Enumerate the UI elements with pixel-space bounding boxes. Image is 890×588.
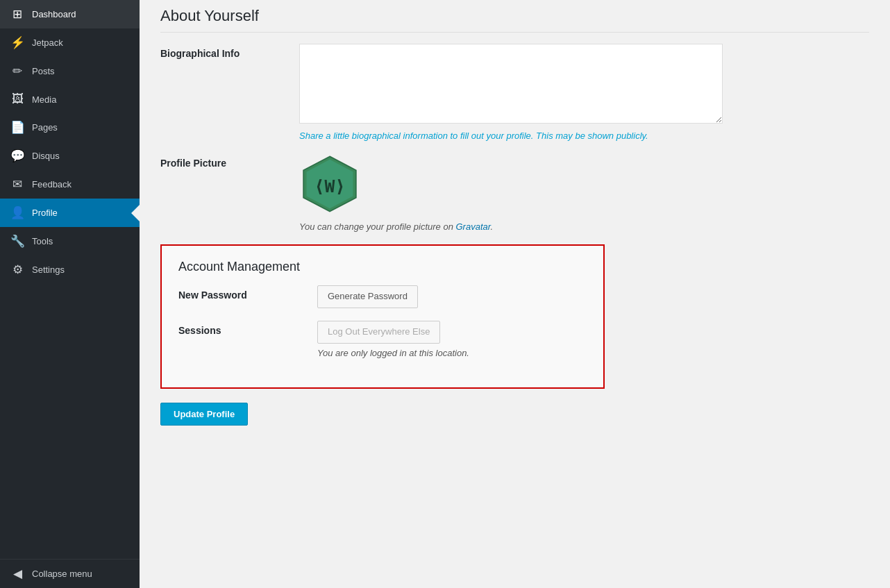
sidebar-label-dashboard: Dashboard bbox=[32, 9, 76, 19]
sidebar-label-tools: Tools bbox=[32, 236, 53, 246]
gravatar-link[interactable]: Gravatar bbox=[455, 221, 490, 232]
biographical-info-row: Biographical Info Share a little biograp… bbox=[160, 44, 869, 141]
logout-everywhere-button[interactable]: Log Out Everywhere Else bbox=[317, 321, 440, 344]
bio-hint: Share a little biographical information … bbox=[299, 131, 869, 141]
feedback-icon: ✉ bbox=[10, 177, 25, 192]
sidebar-label-media: Media bbox=[32, 94, 56, 105]
profile-picture-hint: You can change your profile picture on G… bbox=[299, 221, 869, 232]
sidebar-label-posts: Posts bbox=[32, 66, 55, 76]
sessions-hint: You are only logged in at this location. bbox=[317, 348, 587, 358]
biographical-info-content: Share a little biographical information … bbox=[299, 44, 869, 141]
new-password-label: New Password bbox=[178, 285, 317, 301]
sidebar-label-pages: Pages bbox=[32, 122, 58, 133]
profile-icon: 👤 bbox=[10, 205, 25, 220]
sidebar-item-tools[interactable]: 🔧 Tools bbox=[0, 227, 140, 255]
new-password-content: Generate Password bbox=[317, 285, 587, 308]
collapse-menu-item[interactable]: ◀ Collapse menu bbox=[0, 559, 140, 588]
profile-picture-row: Profile Picture ⟨/⟩ ⟨W⟩ You can change y… bbox=[160, 153, 869, 232]
sidebar-item-feedback[interactable]: ✉ Feedback bbox=[0, 170, 140, 199]
dashboard-icon: ⊞ bbox=[10, 7, 25, 22]
jetpack-icon: ⚡ bbox=[10, 35, 25, 50]
media-icon: 🖼 bbox=[10, 92, 25, 106]
account-management-title: Account Management bbox=[178, 260, 587, 274]
sidebar-item-posts[interactable]: ✏ Posts bbox=[0, 57, 140, 85]
sidebar-item-pages[interactable]: 📄 Pages bbox=[0, 113, 140, 142]
sidebar-item-disqus[interactable]: 💬 Disqus bbox=[0, 142, 140, 170]
sidebar-item-dashboard[interactable]: ⊞ Dashboard bbox=[0, 0, 140, 28]
hexagon-svg: ⟨/⟩ ⟨W⟩ bbox=[299, 153, 360, 215]
svg-text:⟨W⟩: ⟨W⟩ bbox=[314, 176, 345, 196]
generate-password-button[interactable]: Generate Password bbox=[317, 285, 418, 308]
sidebar-item-profile[interactable]: 👤 Profile bbox=[0, 199, 140, 227]
profile-picture-label: Profile Picture bbox=[160, 153, 299, 169]
sidebar: ⊞ Dashboard ⚡ Jetpack ✏ Posts 🖼 Media 📄 … bbox=[0, 0, 140, 588]
new-password-row: New Password Generate Password bbox=[178, 285, 587, 308]
main-content: About Yourself Biographical Info Share a… bbox=[140, 0, 890, 588]
posts-icon: ✏ bbox=[10, 64, 25, 78]
disqus-icon: 💬 bbox=[10, 149, 25, 163]
profile-picture-content: ⟨/⟩ ⟨W⟩ You can change your profile pict… bbox=[299, 153, 869, 232]
sidebar-label-feedback: Feedback bbox=[32, 179, 72, 190]
tools-icon: 🔧 bbox=[10, 234, 25, 249]
settings-icon: ⚙ bbox=[10, 262, 25, 277]
sidebar-label-disqus: Disqus bbox=[32, 151, 60, 161]
sidebar-item-settings[interactable]: ⚙ Settings bbox=[0, 255, 140, 284]
sidebar-label-settings: Settings bbox=[32, 264, 65, 275]
sidebar-item-jetpack[interactable]: ⚡ Jetpack bbox=[0, 28, 140, 57]
sessions-label: Sessions bbox=[178, 321, 317, 336]
sessions-content: Log Out Everywhere Else You are only log… bbox=[317, 321, 587, 358]
collapse-icon: ◀ bbox=[10, 566, 25, 581]
sidebar-label-profile: Profile bbox=[32, 208, 58, 218]
sidebar-label-jetpack: Jetpack bbox=[32, 37, 63, 48]
sidebar-item-media[interactable]: 🖼 Media bbox=[0, 85, 140, 113]
biographical-info-textarea[interactable] bbox=[299, 44, 723, 124]
biographical-info-label: Biographical Info bbox=[160, 44, 299, 59]
account-management-box: Account Management New Password Generate… bbox=[160, 244, 605, 389]
about-yourself-heading: About Yourself bbox=[160, 0, 869, 33]
sessions-row: Sessions Log Out Everywhere Else You are… bbox=[178, 321, 587, 358]
pages-icon: 📄 bbox=[10, 120, 25, 135]
gravatar-avatar: ⟨/⟩ ⟨W⟩ bbox=[299, 153, 360, 215]
collapse-label: Collapse menu bbox=[32, 569, 92, 579]
update-profile-button[interactable]: Update Profile bbox=[160, 403, 248, 426]
